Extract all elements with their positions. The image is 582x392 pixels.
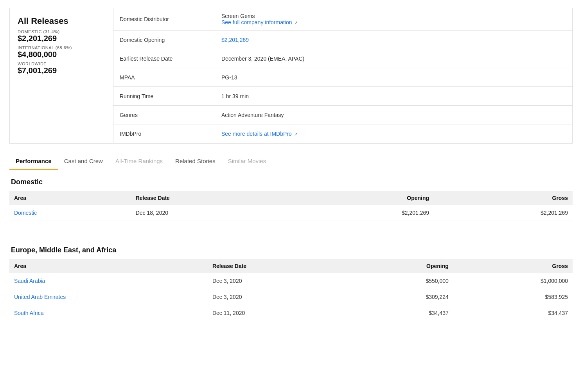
emea-table-header-row: Area Release Date Opening Gross xyxy=(9,259,573,273)
emea-release-date-1: Dec 3, 2020 xyxy=(208,289,349,305)
domestic-area-link[interactable]: Domestic xyxy=(9,205,131,221)
info-label-opening: Domestic Opening xyxy=(113,32,215,48)
emea-area-link-2[interactable]: South Africa xyxy=(9,305,208,321)
emea-gross-0: $1,000,000 xyxy=(453,273,573,289)
emea-section-title: Europe, Middle East, and Africa xyxy=(9,246,573,254)
international-label: INTERNATIONAL (68.6%) xyxy=(18,45,105,50)
domestic-section-title: Domestic xyxy=(9,178,573,186)
info-value-imdbpro: See more details at IMDbPro ↗ xyxy=(215,126,304,142)
emea-gross-1: $583,925 xyxy=(453,289,573,305)
tab-related-stories[interactable]: Related Stories xyxy=(169,153,222,170)
info-label-runtime: Running Time xyxy=(113,88,215,104)
domestic-gross: $2,201,269 xyxy=(434,205,573,221)
domestic-col-area: Area xyxy=(9,191,131,205)
info-value-mpaa: PG-13 xyxy=(215,70,243,85)
info-row-distributor: Domestic Distributor Screen Gems See ful… xyxy=(113,8,572,31)
info-value-distributor: Screen Gems See full company information… xyxy=(215,8,304,30)
domestic-release-date: Dec 18, 2020 xyxy=(131,205,295,221)
domestic-label: DOMESTIC (31.4%) xyxy=(18,29,105,34)
info-row-imdbpro: IMDbPro See more details at IMDbPro ↗ xyxy=(113,124,572,143)
info-label-release-date: Earliest Release Date xyxy=(113,51,215,67)
emea-col-gross: Gross xyxy=(453,259,573,273)
imdbpro-link[interactable]: See more details at IMDbPro ↗ xyxy=(221,131,298,137)
domestic-opening-link[interactable]: $2,201,269 xyxy=(221,37,249,43)
emea-release-date-2: Dec 11, 2020 xyxy=(208,305,349,321)
info-label-genres: Genres xyxy=(113,107,215,123)
table-row: Saudi Arabia Dec 3, 2020 $550,000 $1,000… xyxy=(9,273,573,289)
summary-panel: All Releases DOMESTIC (31.4%) $2,201,269… xyxy=(10,8,113,143)
worldwide-label: WORLDWIDE xyxy=(18,61,105,66)
tabs-nav: Performance Cast and Crew All-Time Ranki… xyxy=(9,153,573,170)
table-row: Domestic Dec 18, 2020 $2,201,269 $2,201,… xyxy=(9,205,573,221)
emea-col-opening: Opening xyxy=(349,259,453,273)
tab-cast-and-crew[interactable]: Cast and Crew xyxy=(58,153,109,170)
info-value-runtime: 1 hr 39 min xyxy=(215,88,255,104)
domestic-opening: $2,201,269 xyxy=(295,205,434,221)
domestic-col-release-date: Release Date xyxy=(131,191,295,205)
domestic-col-opening: Opening xyxy=(295,191,434,205)
emea-col-area: Area xyxy=(9,259,208,273)
info-value-release-date: December 3, 2020 (EMEA, APAC) xyxy=(215,51,311,67)
imdbpro-external-icon: ↗ xyxy=(294,132,298,137)
info-panel: Domestic Distributor Screen Gems See ful… xyxy=(113,8,572,143)
emea-table: Area Release Date Opening Gross Saudi Ar… xyxy=(9,259,573,321)
tab-performance[interactable]: Performance xyxy=(9,153,58,170)
company-info-link[interactable]: See full company information ↗ xyxy=(221,19,298,25)
emea-area-link-0[interactable]: Saudi Arabia xyxy=(9,273,208,289)
emea-col-release-date: Release Date xyxy=(208,259,349,273)
emea-area-link-1[interactable]: United Arab Emirates xyxy=(9,289,208,305)
info-value-genres: Action Adventure Fantasy xyxy=(215,107,290,123)
tab-all-time-rankings[interactable]: All-Time Rankings xyxy=(109,153,169,170)
info-row-runtime: Running Time 1 hr 39 min xyxy=(113,87,572,106)
worldwide-amount: $7,001,269 xyxy=(18,66,105,75)
info-label-distributor: Domestic Distributor xyxy=(113,11,215,27)
domestic-amount: $2,201,269 xyxy=(18,34,105,43)
external-link-icon: ↗ xyxy=(294,20,298,25)
emea-release-date-0: Dec 3, 2020 xyxy=(208,273,349,289)
domestic-section: Domestic Area Release Date Opening Gross… xyxy=(9,170,573,229)
top-info-section: All Releases DOMESTIC (31.4%) $2,201,269… xyxy=(9,8,573,144)
table-row: United Arab Emirates Dec 3, 2020 $309,22… xyxy=(9,289,573,305)
emea-opening-2: $34,437 xyxy=(349,305,453,321)
domestic-col-gross: Gross xyxy=(434,191,573,205)
emea-gross-2: $34,437 xyxy=(453,305,573,321)
emea-opening-0: $550,000 xyxy=(349,273,453,289)
domestic-table: Area Release Date Opening Gross Domestic… xyxy=(9,191,573,221)
info-row-genres: Genres Action Adventure Fantasy xyxy=(113,106,572,124)
emea-section: Europe, Middle East, and Africa Area Rel… xyxy=(9,238,573,329)
info-value-opening: $2,201,269 xyxy=(215,32,255,48)
emea-opening-1: $309,224 xyxy=(349,289,453,305)
international-amount: $4,800,000 xyxy=(18,50,105,59)
info-row-mpaa: MPAA PG-13 xyxy=(113,68,572,87)
info-row-release-date: Earliest Release Date December 3, 2020 (… xyxy=(113,49,572,68)
tab-similar-movies[interactable]: Similar Movies xyxy=(222,153,273,170)
domestic-table-header-row: Area Release Date Opening Gross xyxy=(9,191,573,205)
all-releases-title: All Releases xyxy=(18,16,105,26)
table-row: South Africa Dec 11, 2020 $34,437 $34,43… xyxy=(9,305,573,321)
distributor-name: Screen Gems xyxy=(221,13,255,19)
info-label-imdbpro: IMDbPro xyxy=(113,126,215,142)
info-row-opening: Domestic Opening $2,201,269 xyxy=(113,31,572,49)
info-label-mpaa: MPAA xyxy=(113,70,215,85)
